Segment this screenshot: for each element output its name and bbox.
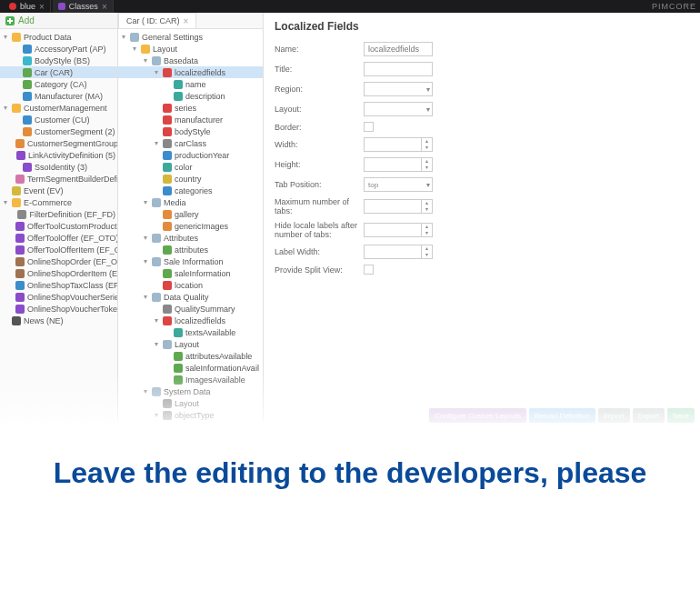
tree-row[interactable]: News (NE) — [0, 315, 117, 326]
plus-icon[interactable] — [5, 16, 15, 25]
expander-icon[interactable] — [13, 81, 20, 88]
expander-icon[interactable]: ▾ — [142, 235, 149, 242]
tree-row[interactable]: genericImages — [118, 220, 263, 232]
tree-row[interactable]: Category (CA) — [0, 78, 117, 90]
expander-icon[interactable]: ▾ — [153, 317, 160, 325]
tree-row[interactable]: productionYear — [118, 149, 263, 161]
expander-icon[interactable] — [13, 211, 15, 218]
expander-icon[interactable] — [153, 246, 160, 254]
tree-row[interactable]: series — [118, 102, 263, 114]
expander-icon[interactable]: ▾ — [142, 57, 149, 65]
expander-icon[interactable] — [153, 305, 160, 313]
expander-icon[interactable]: ▾ — [120, 34, 127, 41]
tree-row[interactable]: ▾Product Data — [0, 31, 117, 43]
tree-row[interactable]: ▾localizedfields — [118, 66, 263, 78]
tree-row[interactable]: BodyStyle (BS) — [0, 55, 117, 66]
expander-icon[interactable] — [164, 81, 171, 88]
height-spinner[interactable]: ▴▾ — [364, 157, 433, 172]
tab-car[interactable]: Car ( ID: CAR) × — [118, 13, 196, 28]
chevron-down-icon[interactable]: ▾ — [422, 230, 432, 236]
expander-icon[interactable] — [164, 376, 171, 384]
expander-icon[interactable] — [153, 187, 160, 195]
tree-row[interactable]: Customer (CU) — [0, 114, 117, 125]
tree-row[interactable]: AccessoryPart (AP) — [0, 43, 117, 55]
chevron-up-icon[interactable]: ▴ — [422, 138, 432, 145]
structure-tree[interactable]: ▾General Settings▾Layout▾Basedata▾locali… — [118, 29, 263, 422]
expander-icon[interactable]: ▾ — [2, 105, 9, 112]
expander-icon[interactable]: ▾ — [142, 388, 149, 395]
close-icon[interactable]: × — [184, 16, 189, 26]
tree-row[interactable]: ▾carClass — [118, 137, 263, 149]
tree-row[interactable]: ImagesAvailable — [118, 374, 263, 385]
expander-icon[interactable]: ▾ — [142, 258, 149, 265]
tab-blue[interactable]: blue × — [4, 0, 51, 13]
chevron-up-icon[interactable]: ▴ — [422, 158, 432, 165]
expander-icon[interactable]: ▾ — [153, 140, 160, 147]
expander-icon[interactable]: ▾ — [153, 341, 160, 348]
labelwidth-spinner[interactable]: ▴▾ — [364, 245, 433, 259]
expander-icon[interactable] — [164, 365, 171, 372]
tree-row[interactable]: OfferToolCustomProduct (E — [0, 220, 117, 232]
width-spinner[interactable]: ▴▾ — [364, 137, 433, 152]
tree-row[interactable]: gallery — [118, 208, 263, 220]
splitview-checkbox[interactable] — [364, 265, 374, 275]
tree-row[interactable]: attributes — [118, 244, 263, 255]
chevron-down-icon[interactable]: ▾ — [422, 252, 432, 258]
tree-row[interactable]: ▾E-Commerce — [0, 196, 117, 208]
tree-row[interactable]: bodyStyle — [118, 125, 263, 137]
expander-icon[interactable]: ▾ — [131, 45, 138, 53]
expander-icon[interactable] — [164, 329, 171, 336]
expander-icon[interactable] — [153, 211, 160, 218]
tree-row[interactable]: Manufacturer (MA) — [0, 90, 117, 102]
tree-row[interactable]: ▾objectType — [118, 409, 263, 421]
tree-row[interactable]: FilterDefinition (EF_FD) — [0, 208, 117, 220]
expander-icon[interactable] — [153, 105, 160, 112]
tree-row[interactable]: OnlineShopVoucherSeries ( — [0, 291, 117, 303]
hideloc-spinner[interactable]: ▴▾ — [364, 223, 433, 237]
chevron-up-icon[interactable]: ▴ — [422, 200, 432, 206]
expander-icon[interactable] — [13, 164, 20, 171]
tree-row[interactable]: ▾localizedfields — [118, 315, 263, 326]
expander-icon[interactable] — [13, 57, 20, 65]
expander-icon[interactable]: ▾ — [153, 69, 160, 76]
expander-icon[interactable] — [13, 152, 14, 159]
tree-row[interactable]: OnlineShopOrder (EF_OSO) — [0, 255, 117, 267]
tree-row[interactable]: Layout — [118, 397, 263, 409]
expander-icon[interactable] — [2, 317, 9, 325]
tree-row[interactable]: ▾System Data — [118, 385, 263, 397]
reload-button[interactable]: Reload Definition — [529, 408, 595, 423]
tree-row[interactable]: OfferToolOfferItem (EF_OT — [0, 244, 117, 255]
expander-icon[interactable] — [13, 69, 20, 76]
tree-row[interactable]: ▾Basedata — [118, 55, 263, 66]
expander-icon[interactable] — [153, 223, 160, 230]
tree-row[interactable]: ▾Layout — [118, 43, 263, 55]
class-tree[interactable]: ▾Product DataAccessoryPart (AP)BodyStyle… — [0, 29, 117, 328]
tree-row[interactable]: Car (CAR) — [0, 66, 117, 78]
configure-layouts-button[interactable]: Configure Custom Layouts — [429, 408, 526, 423]
tree-row[interactable]: location — [118, 279, 263, 291]
title-input[interactable] — [364, 62, 433, 76]
chevron-down-icon[interactable]: ▾ — [422, 165, 432, 171]
expander-icon[interactable]: ▾ — [142, 199, 149, 206]
tree-row[interactable]: saleInformationAvail — [118, 362, 263, 374]
tree-row[interactable]: ▾Attributes — [118, 232, 263, 244]
tree-row[interactable]: textsAvailable — [118, 326, 263, 338]
expander-icon[interactable] — [153, 282, 160, 289]
name-input[interactable] — [364, 42, 433, 56]
tree-row[interactable]: attributesAvailable — [118, 350, 263, 362]
expander-icon[interactable] — [164, 353, 171, 360]
expander-icon[interactable] — [153, 270, 160, 277]
tabpos-combo[interactable]: top — [364, 177, 433, 192]
tree-row[interactable]: urlSlug — [118, 421, 263, 422]
expander-icon[interactable] — [153, 152, 160, 159]
close-icon[interactable]: × — [102, 2, 107, 12]
maxtabs-spinner[interactable]: ▴▾ — [364, 199, 433, 214]
border-checkbox[interactable] — [364, 122, 374, 132]
tree-row[interactable]: name — [118, 78, 263, 90]
tree-row[interactable]: saleInformation — [118, 267, 263, 279]
tree-row[interactable]: SsoIdentity (3) — [0, 161, 117, 173]
chevron-down-icon[interactable]: ▾ — [422, 145, 432, 151]
expander-icon[interactable] — [153, 128, 160, 135]
tree-row[interactable]: LinkActivityDefinition (5) — [0, 149, 117, 161]
save-button[interactable]: Save — [667, 408, 695, 423]
